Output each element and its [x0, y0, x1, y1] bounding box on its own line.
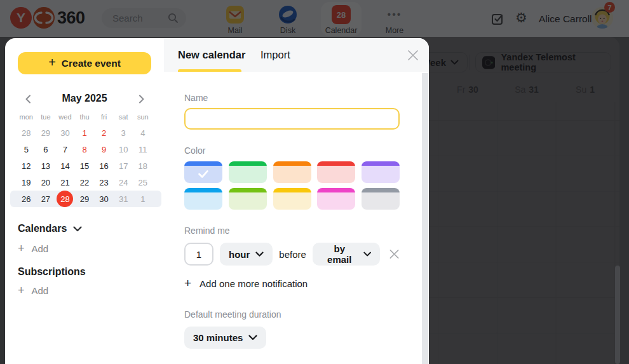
color-swatch-orange[interactable]	[273, 161, 311, 183]
create-event-label: Create event	[62, 58, 121, 69]
close-icon[interactable]	[407, 50, 419, 61]
chevron-down-icon	[363, 252, 371, 257]
mini-calendar-week-row: 2627282930311	[17, 191, 152, 207]
reminder-unit-dropdown[interactable]: hour	[220, 243, 273, 266]
mini-calendar-day[interactable]: 30	[94, 194, 114, 204]
calendar-name-input[interactable]	[184, 108, 400, 130]
mini-calendar-day[interactable]: 27	[36, 194, 56, 204]
subscriptions-label: Subscriptions	[18, 266, 86, 278]
tab-new-calendar[interactable]: New calendar	[178, 49, 245, 61]
add-notification-label: Add one more notification	[200, 278, 308, 289]
new-calendar-dialog: New calendar Import Name Color Remind me…	[164, 38, 429, 364]
color-swatch-blue[interactable]	[184, 161, 222, 183]
calendars-section-header[interactable]: Calendars	[18, 223, 82, 234]
check-icon	[196, 167, 210, 181]
color-swatch-green[interactable]	[229, 161, 267, 183]
mini-calendar-day[interactable]: 10	[114, 145, 133, 154]
mini-calendar-day[interactable]: 18	[133, 161, 152, 171]
mini-calendar-day[interactable]: 13	[36, 161, 56, 171]
mini-calendar-day[interactable]: 30	[55, 128, 75, 138]
mini-calendar-day[interactable]: 9	[94, 145, 114, 154]
color-swatch-purple[interactable]	[362, 161, 400, 183]
mini-calendar-day[interactable]: 24	[114, 178, 133, 187]
add-subscription-button[interactable]: + Add	[18, 284, 48, 297]
weekday-label: thu	[75, 113, 95, 121]
weekday-label: mon	[17, 113, 36, 121]
weekday-label: sun	[133, 113, 152, 121]
add-calendar-button[interactable]: + Add	[18, 242, 48, 255]
mini-calendar-weekdays: montuewedthufrisatsun	[17, 113, 152, 121]
mini-calendar-day[interactable]: 26	[17, 194, 36, 204]
chevron-down-icon	[73, 226, 82, 232]
mini-calendar-day[interactable]: 21	[55, 178, 75, 187]
mini-calendar-day[interactable]: 8	[75, 145, 95, 154]
mini-calendar-day[interactable]: 16	[94, 161, 114, 171]
mini-calendar-day[interactable]: 12	[17, 161, 36, 171]
mini-calendar-grid: 2829301234567891011121314151617181920212…	[17, 125, 152, 207]
dialog-body: Name Color Remind me hour before by emai…	[184, 72, 400, 349]
mini-calendar-day[interactable]: 29	[75, 194, 95, 204]
next-month-chevron-icon[interactable]	[136, 94, 146, 104]
mini-calendar-day[interactable]: 19	[17, 178, 36, 187]
subscriptions-section-header: Subscriptions	[18, 266, 86, 278]
mini-calendar-day[interactable]: 22	[75, 178, 95, 187]
color-field-label: Color	[184, 145, 400, 156]
mini-calendar-day[interactable]: 14	[55, 161, 75, 171]
mini-calendar-day[interactable]: 23	[94, 178, 114, 187]
mini-calendar-day[interactable]: 31	[114, 194, 133, 204]
color-swatch-gray[interactable]	[362, 188, 400, 210]
add-calendar-label: Add	[32, 243, 49, 254]
reminder-row: hour before by email	[184, 243, 400, 266]
color-swatch-red[interactable]	[317, 161, 355, 183]
mini-calendar-week-row: 567891011	[17, 141, 152, 158]
plus-icon: +	[48, 55, 56, 70]
reminder-unit-value: hour	[229, 249, 250, 260]
reminder-count-input[interactable]	[184, 243, 213, 266]
weekday-label: fri	[94, 113, 114, 121]
mini-calendar-day[interactable]: 17	[114, 161, 133, 171]
remove-reminder-icon[interactable]	[389, 248, 400, 260]
mini-calendar-day[interactable]: 3	[114, 128, 133, 138]
modal-dim-overlay-header	[0, 0, 629, 37]
mini-calendar-day[interactable]: 4	[133, 128, 152, 138]
mini-calendar-day[interactable]: 6	[36, 145, 56, 154]
mini-calendar-day[interactable]: 29	[36, 128, 56, 138]
mini-calendar-day[interactable]: 15	[75, 161, 95, 171]
color-swatch-lime[interactable]	[229, 188, 267, 210]
color-swatch-yellow[interactable]	[273, 188, 311, 210]
color-swatch-grid	[184, 161, 400, 210]
chevron-down-icon	[248, 335, 257, 340]
mini-calendar-day[interactable]: 25	[133, 178, 152, 187]
name-field-label: Name	[184, 93, 400, 103]
create-event-button[interactable]: + Create event	[18, 52, 151, 74]
add-notification-button[interactable]: + Add one more notification	[184, 276, 400, 290]
mini-calendar-day[interactable]: 11	[133, 145, 152, 154]
weekday-label: wed	[55, 113, 75, 121]
app-window: Y 360 Search Mail Disk 28 Calendar ••• M…	[0, 0, 629, 364]
background-scrollbar-thumb[interactable]	[615, 266, 620, 364]
mini-calendar-day[interactable]: 28	[17, 128, 36, 138]
color-swatch-magenta[interactable]	[317, 188, 355, 210]
mini-calendar-week-row: 12131415161718	[17, 158, 152, 174]
duration-value: 30 minutes	[193, 332, 243, 343]
calendars-label: Calendars	[18, 223, 67, 234]
weekday-label: sat	[114, 113, 133, 121]
mini-calendar-day[interactable]: 20	[36, 178, 56, 187]
mini-calendar-week-row: 2829301234	[17, 125, 152, 141]
reminder-channel-dropdown[interactable]: by email	[313, 243, 380, 266]
mini-calendar-day[interactable]: 2	[94, 128, 114, 138]
color-swatch-cyan[interactable]	[184, 188, 222, 210]
reminder-channel-value: by email	[321, 243, 358, 265]
tab-import[interactable]: Import	[260, 49, 290, 61]
mini-calendar-day[interactable]: 1	[75, 128, 95, 138]
dialog-scrollbar[interactable]	[422, 73, 428, 364]
mini-calendar-day[interactable]: 1	[133, 194, 152, 204]
duration-dropdown[interactable]: 30 minutes	[184, 327, 266, 349]
mini-calendar-day[interactable]: 5	[17, 145, 36, 154]
plus-icon: +	[18, 284, 25, 297]
dialog-header: New calendar Import	[164, 38, 429, 72]
sidebar: + Create event May 2025 montuewedthufris…	[5, 38, 164, 364]
weekday-label: tue	[36, 113, 56, 121]
mini-calendar-day[interactable]: 7	[55, 145, 75, 154]
mini-calendar-day[interactable]: 28	[55, 191, 75, 207]
